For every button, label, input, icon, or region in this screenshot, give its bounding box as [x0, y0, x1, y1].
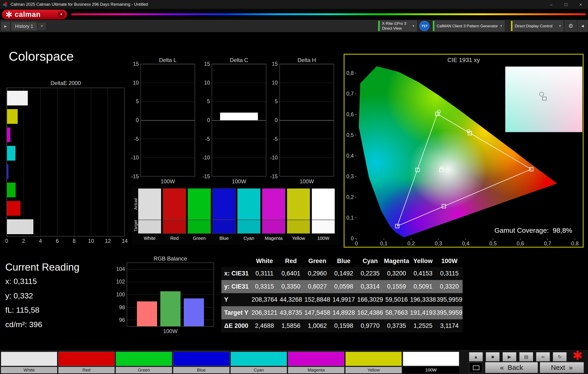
svg-text:0,5: 0,5	[346, 132, 354, 138]
table-cell: 395,9959	[436, 296, 462, 303]
patch-yellow[interactable]: Yellow	[346, 352, 402, 373]
table-cell: 0,1598	[331, 322, 357, 330]
meter-reading-badge: 717	[420, 21, 430, 31]
refresh-button[interactable]: ↻	[553, 352, 567, 361]
calman-menu-arrow[interactable]: ▼	[58, 11, 65, 18]
maximize-button[interactable]: □	[559, 0, 573, 9]
play-button[interactable]: ▶	[503, 352, 516, 361]
gamut-coverage-value: 98,8%	[553, 226, 572, 234]
patch-swatch	[346, 352, 402, 366]
patch-cyan[interactable]: Cyan	[231, 352, 287, 373]
gamut-coverage-label: Gamut Coverage:	[494, 226, 549, 234]
collapse-panel-button[interactable]: ◀	[578, 21, 587, 31]
swatch-100w: 100W	[312, 188, 335, 243]
patch-swatch	[116, 352, 172, 366]
table-cell: 0,3350	[278, 283, 304, 290]
deltae-bar-100w	[7, 219, 33, 234]
delta-c-chart-footer: 100W	[212, 178, 266, 185]
close-button[interactable]: ×	[573, 0, 588, 9]
table-row-label: x: CIE31	[221, 270, 251, 277]
patch-red[interactable]: Red	[58, 352, 115, 373]
deltae-bar-red	[7, 201, 21, 216]
table-cell: 395,9959	[436, 309, 462, 316]
swatch-actual-color	[262, 188, 285, 220]
back-button[interactable]: « Back	[485, 362, 538, 373]
delta-h-chart	[280, 64, 334, 176]
table-cell: 0,3200	[383, 270, 410, 277]
pattern-grid-button[interactable]: ▤	[519, 352, 533, 361]
pattern-controls: ▲■▶▤∞↻	[469, 350, 570, 363]
deltae-bar-blue	[7, 164, 9, 179]
deltae-bar-white	[7, 91, 28, 106]
table-cell: 0,2960	[304, 270, 331, 277]
svg-text:0,6: 0,6	[516, 241, 524, 246]
reading-x: x: 0,3115	[5, 277, 37, 286]
pattern-window-button[interactable]	[469, 363, 482, 373]
patch-green[interactable]: Green	[116, 352, 172, 373]
delta-l-chart-title: Delta L	[141, 57, 195, 64]
title-bar: Calman 2025 Calman Ultimate for Business…	[0, 0, 588, 9]
add-tab-button[interactable]: +	[38, 23, 45, 30]
patch-white[interactable]: White	[1, 352, 57, 373]
swatch-target-color	[287, 220, 310, 234]
table-cell: 0,2235	[357, 270, 383, 277]
minimize-button[interactable]: –	[544, 0, 559, 9]
deltae2000-chart	[7, 88, 125, 236]
loop-button[interactable]: ∞	[536, 352, 550, 361]
table-cell: 14,9917	[331, 296, 357, 303]
svg-text:0,1: 0,1	[380, 241, 388, 246]
table-cell: 162,4386	[357, 309, 383, 316]
table-header-row: WhiteRedGreenBlueCyanMagentaYellow100W	[221, 255, 462, 267]
patch-blue[interactable]: Blue	[173, 352, 230, 373]
table-cell: 191,4193	[410, 309, 436, 316]
delta-h-chart-footer: 100W	[280, 178, 334, 185]
inset-measure-square	[543, 97, 546, 100]
table-header-cell: Magenta	[383, 257, 410, 265]
delta-c-chart	[212, 64, 266, 176]
swatch-white: White	[138, 188, 161, 243]
swatch-magenta: Magenta	[262, 188, 285, 243]
table-cell: 0,3320	[436, 283, 462, 290]
eject-button[interactable]: ▲	[469, 352, 483, 361]
app-icon	[3, 2, 8, 7]
next-button[interactable]: Next »	[540, 362, 584, 373]
swatch-actual-color	[163, 188, 186, 220]
svg-text:0,4: 0,4	[462, 241, 470, 246]
current-reading-title: Current Reading	[5, 261, 79, 273]
swatch-row: WhiteRedGreenBlueCyanMagentaYellow100W	[138, 186, 338, 245]
patch-100w[interactable]: 100W	[403, 352, 459, 373]
display-control-label: Direct Display Control	[513, 24, 557, 29]
stop-button[interactable]: ■	[486, 352, 500, 361]
tab-scroll-button[interactable]: ▶	[1, 22, 10, 30]
calman-logo[interactable]: calman ▼	[2, 10, 67, 19]
table-header-cell: Yellow	[410, 257, 436, 265]
tab-history-1[interactable]: History 1	[11, 22, 37, 31]
meter-dropdown[interactable]: X-Rite i1Pro 3 Direct View ▼	[378, 21, 417, 31]
display-control-dropdown[interactable]: Direct Display Control ▼	[511, 21, 563, 31]
actual-row-label: Actual	[134, 189, 138, 219]
chevron-down-icon: ▼	[498, 24, 504, 28]
swatch-actual-color	[287, 188, 310, 220]
svg-text:0,3: 0,3	[346, 173, 354, 179]
patch-swatch	[403, 352, 459, 366]
settings-gear-button[interactable]: ⚙	[565, 21, 577, 31]
patch-label: Yellow	[346, 367, 402, 373]
rgb-balance-chart-footer: 100W	[127, 328, 214, 334]
swatch-target-color	[262, 220, 285, 234]
table-row-label: Y	[221, 296, 251, 303]
svg-text:0,8: 0,8	[571, 241, 578, 246]
table-row: Target Y206,312143,8735147,545814,892816…	[221, 306, 462, 319]
cie-whitepoint-inset	[505, 67, 582, 132]
svg-text:0,6: 0,6	[346, 111, 354, 118]
table-row: y: CIE310,33150,33500,60270,05980,33140,…	[221, 280, 462, 293]
patch-swatch	[58, 352, 115, 366]
table-cell: 0,3314	[357, 283, 383, 290]
swatch-actual-color	[188, 188, 211, 220]
pattern-source-dropdown[interactable]: CalMAN Client 3 Pattern Generator ▼	[433, 21, 504, 31]
delta-l-chart-footer: 100W	[141, 178, 195, 185]
calman-window: Calman 2025 Calman Ultimate for Business…	[0, 0, 588, 374]
patch-magenta[interactable]: Magenta	[288, 352, 344, 373]
table-cell: 0,1492	[331, 270, 357, 277]
next-label: Next	[551, 364, 565, 371]
table-cell: 0,3735	[383, 322, 410, 330]
